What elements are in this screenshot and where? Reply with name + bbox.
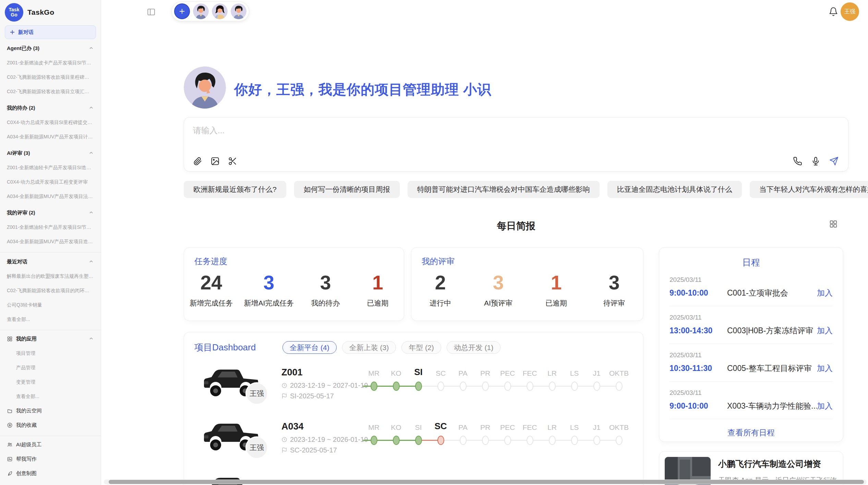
stat-pending-review: 3 待评审 [594, 272, 635, 308]
milestone-label: OKTB [608, 369, 630, 377]
stat-ai-prereview: 3 AI预评审 [478, 272, 519, 308]
join-button[interactable]: 加入 [817, 288, 833, 298]
sidebar-item-favorites[interactable]: 我的收藏 [0, 418, 101, 432]
recent-chat-item[interactable]: 公司Q3轻卡销量 [0, 298, 101, 312]
project-row[interactable]: 王强 Z001 2023-12-19 ~ 2027-01-19 SI-2025-… [184, 362, 643, 410]
chevron-up-icon[interactable] [88, 150, 94, 156]
agent-avatar[interactable] [212, 3, 228, 19]
new-chat-label: 新对话 [18, 29, 34, 36]
recent-chat-item[interactable]: C02-飞腾新能源轻客改款项目的闭环通告反馈情况 [0, 283, 101, 298]
scissors-icon[interactable] [228, 157, 237, 166]
composer-actions [793, 157, 839, 166]
view-all-apps[interactable]: 查看全部... [0, 389, 101, 403]
section-recent-chats[interactable]: 最近对话 [0, 254, 101, 269]
stat-value: 24 [190, 272, 233, 294]
new-chat-button[interactable]: 新对话 [5, 25, 96, 39]
milestone-node-current [415, 382, 422, 391]
sidebar-item-change-mgmt[interactable]: 变更管理 [0, 375, 101, 389]
section-my-review[interactable]: 我的评审 (2) [0, 206, 101, 220]
section-agent-done[interactable]: Agent已办 (3) [0, 41, 101, 55]
sidebar-item-product-mgmt[interactable]: 产品管理 [0, 360, 101, 375]
divider [0, 436, 101, 436]
sidebar-item-my-apps[interactable]: 我的应用 [0, 332, 101, 346]
schedule-item: 2025/03/11 13:00-14:30 C003|H0B-方案冻结评审 加… [670, 306, 833, 344]
suggestion-chip[interactable]: 如何写一份清晰的项目周报 [294, 181, 400, 198]
people-icon [7, 442, 13, 448]
agent-avatar[interactable] [193, 3, 209, 19]
section-my-todo[interactable]: 我的待办 (2) [0, 101, 101, 115]
schedule-card: 日程 2025/03/11 9:00-10:00 C001-立项审批会 加入 2… [659, 247, 843, 442]
suggestion-chip[interactable]: 欧洲新规最近颁布了什么? [184, 181, 286, 198]
schedule-item: 2025/03/11 9:00-10:00 C001-立项审批会 加入 [670, 269, 833, 306]
stat-label: 进行中 [420, 298, 461, 308]
paperclip-icon[interactable] [193, 157, 202, 166]
stat-label: 我的待办 [305, 298, 346, 308]
sidebar-item[interactable]: Z001-全新燃油轻卡产品开发项目SI造型提交物评审 [0, 160, 101, 175]
milestone-node [437, 382, 444, 391]
stat-label: 新增AI完成任务 [244, 298, 294, 308]
sidebar-item[interactable]: C02-飞腾新能源轻客改款项目立项汇报方案 [0, 84, 101, 99]
filter-tab[interactable]: 年型 (2) [401, 341, 441, 354]
dashboard-filters: 全新平台 (4) 全新上装 (3) 年型 (2) 动总开发 (1) [282, 341, 501, 354]
stat-value: 3 [244, 272, 294, 294]
filter-tab[interactable]: 全新平台 (4) [282, 341, 337, 354]
project-info: A034 2023-12-19 ~ 2026-01-19 SC-2025-05-… [281, 421, 368, 454]
sidebar-item[interactable]: A034-全新新能源MUV产品开发项目法规符合性评审 [0, 189, 101, 203]
image-icon[interactable] [210, 157, 220, 166]
sidebar-item-project-mgmt[interactable]: 项目管理 [0, 346, 101, 360]
schedule-time: 9:00-10:00 [670, 288, 727, 298]
section-ai-review[interactable]: AI评审 (3) [0, 146, 101, 160]
suggestion-chip[interactable]: 特朗普可能对进口汽车增税会对中国车企造成哪些影响 [408, 181, 600, 198]
suggestion-chips: 欧洲新规最近颁布了什么? 如何写一份清晰的项目周报 特朗普可能对进口汽车增税会对… [184, 181, 848, 198]
recent-chat-item[interactable]: 解释最新出台的欧盟报废车法规再生塑料比例被调到15%... [0, 269, 101, 283]
panel-toggle-icon[interactable] [147, 8, 156, 16]
send-icon[interactable] [829, 157, 839, 166]
phone-icon[interactable] [793, 157, 802, 166]
chevron-up-icon[interactable] [88, 46, 94, 51]
cloud-space-icon [7, 408, 13, 414]
sidebar-item[interactable]: A034-全新新能源MUV产品开发项目计划变更表编写 [0, 129, 101, 144]
view-all-schedule-link[interactable]: 查看所有日程 [670, 427, 833, 438]
sidebar-item[interactable]: Z001-全新燃油皮卡产品开发项目SI节点Lesson Learn报告 [0, 55, 101, 70]
join-button[interactable]: 加入 [817, 363, 833, 374]
sidebar-item-cloud-space[interactable]: 我的云空间 [0, 403, 101, 418]
suggestion-chip[interactable]: 比亚迪全固态电池计划具体说了什么 [607, 181, 742, 198]
view-all-chats[interactable]: 查看全部... [0, 312, 101, 326]
chat-input[interactable] [193, 124, 707, 137]
join-button[interactable]: 加入 [817, 325, 833, 336]
sidebar-item[interactable]: Z001-全新燃油轻卡产品开发项目SI节点属性5D文件评审 [0, 220, 101, 234]
chevron-up-icon[interactable] [88, 336, 94, 341]
horizontal-scrollbar-track[interactable] [104, 480, 867, 484]
add-agent-button[interactable] [174, 3, 190, 19]
chevron-up-icon[interactable] [88, 259, 94, 264]
milestone-node [549, 382, 556, 391]
logo-text-bottom: Go [11, 12, 17, 17]
notification-bell-icon[interactable] [829, 7, 838, 16]
milestone-node [527, 436, 533, 445]
join-button[interactable]: 加入 [817, 401, 833, 411]
user-avatar[interactable]: 王强 [841, 2, 859, 21]
schedule-event-title: C005-整车工程目标评审 [727, 363, 817, 374]
sidebar-item-creative-draw[interactable]: 创意制图 [0, 466, 101, 481]
write-image-icon [7, 456, 13, 462]
sidebar-item[interactable]: C0X4-动力总成开发项目SI里程碑提交物检查 [0, 115, 101, 129]
schedule-date: 2025/03/11 [670, 314, 833, 321]
layout-grid-icon[interactable] [829, 220, 838, 228]
stat-label: 待评审 [594, 298, 635, 308]
microphone-icon[interactable] [811, 157, 820, 166]
chevron-up-icon[interactable] [88, 105, 94, 111]
suggestion-chip[interactable]: 当下年轻人对汽车外观有怎样的喜好趋势 [750, 181, 868, 198]
sidebar-item[interactable]: A034-全新新能源MUV产品开发项目造型可行性评审 [0, 234, 101, 249]
milestone-node [504, 436, 511, 445]
sidebar-item[interactable]: C02-飞腾新能源轻客改款项目里程碑画布 [0, 70, 101, 84]
agent-avatar[interactable] [231, 3, 246, 19]
filter-tab[interactable]: 动总开发 (1) [447, 341, 501, 354]
chevron-up-icon[interactable] [88, 210, 94, 215]
sidebar-item-help-write[interactable]: 帮我写作 [0, 452, 101, 466]
horizontal-scrollbar-thumb[interactable] [109, 480, 864, 484]
filter-tab[interactable]: 全新上装 (3) [342, 341, 396, 354]
sidebar-item[interactable]: C0X4-动力总成开发项目工程变更评审 [0, 175, 101, 189]
milestone-label: PEC [496, 423, 519, 432]
project-row[interactable]: 王强 A034 2023-12-19 ~ 2026-01-19 SC-2025-… [184, 416, 643, 464]
sidebar-item-ai-employee[interactable]: AI超级员工 [0, 437, 101, 452]
